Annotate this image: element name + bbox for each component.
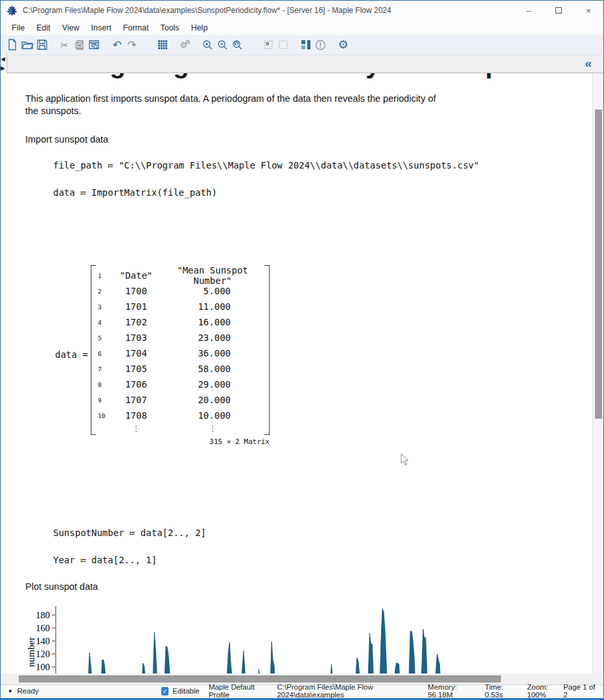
row-index: 7 — [96, 366, 111, 373]
intro-paragraph[interactable]: This application first imports sunspot d… — [25, 93, 440, 117]
zoom-out-button[interactable] — [215, 37, 230, 52]
printer-icon — [74, 40, 85, 50]
svg-text:160: 160 — [36, 623, 50, 633]
table-row: 1"Date""Mean Sunspot Number" — [96, 268, 264, 283]
document-heading-clipped: Investigating the Periodicity of Sunspot… — [25, 73, 589, 80]
paste-window-icon — [89, 40, 100, 50]
collapse-palette-button[interactable]: « — [585, 56, 592, 71]
matrix-output: data = 1"Date""Mean Sunspot Number" 2170… — [55, 265, 288, 453]
svg-text:100: 100 — [36, 662, 50, 672]
cell-date: 1702 — [111, 317, 161, 327]
table-row: 7170558.000 — [96, 361, 264, 377]
maximize-icon — [555, 7, 562, 14]
section-plot-label[interactable]: Plot sunspot data — [25, 581, 98, 592]
close-icon: × — [586, 6, 591, 16]
code-import-matrix[interactable]: data ≔ ImportMatrix(file_path) — [53, 187, 217, 198]
menu-tools[interactable]: Tools — [154, 22, 185, 34]
matrix-left-bracket — [91, 265, 96, 435]
settings-button[interactable]: ⚙ — [336, 37, 351, 52]
save-button[interactable] — [34, 37, 49, 52]
status-items: ✓ Editable Maple Default Profile C:\Prog… — [161, 683, 563, 699]
cell-value: 5.000 — [161, 286, 264, 296]
code-file-path[interactable]: file_path ≔ "C:\\Program Files\\Maple Fl… — [53, 160, 479, 170]
print-button[interactable] — [72, 37, 87, 52]
menu-insert[interactable]: Insert — [86, 22, 117, 34]
titlebar: C:\Program Files\Maple Flow 2024\data\ex… — [1, 1, 603, 20]
expand-right-arrow-icon[interactable]: ▶ — [1, 65, 5, 71]
menu-format[interactable]: Format — [117, 22, 155, 34]
grid-icon — [157, 40, 168, 50]
cut-button[interactable]: ✂ — [57, 37, 72, 52]
sunspot-plot[interactable]: 100120140160180number — [1, 603, 592, 673]
close-button[interactable]: × — [574, 1, 603, 20]
undo-icon: ↶ — [112, 40, 121, 51]
code-sunspot-number[interactable]: SunspotNumber ≔ data[2.., 2] — [53, 528, 206, 538]
worksheet-canvas[interactable]: Investigating the Periodicity of Sunspot… — [1, 73, 594, 673]
zoom-reset-button[interactable] — [230, 37, 245, 52]
cell-date: 1707 — [111, 395, 161, 405]
vertical-scrollbar[interactable] — [592, 73, 603, 673]
new-file-button[interactable] — [5, 37, 19, 52]
maximize-button[interactable] — [544, 1, 574, 20]
region-paste-icon — [278, 40, 288, 50]
zoom-out-icon — [217, 40, 228, 51]
menu-help[interactable]: Help — [185, 22, 214, 34]
palettes-icon — [301, 40, 311, 50]
cell-date: 1700 — [111, 286, 161, 296]
cell-value: 29.000 — [161, 379, 264, 390]
gears-small-icon: ⚙ — [185, 40, 191, 45]
ready-status: ● Ready — [8, 687, 161, 695]
table-row: 3170111.000 — [96, 299, 264, 314]
redo-button[interactable]: ↷ — [124, 37, 139, 52]
palettes-button[interactable] — [298, 37, 313, 52]
cell-value: 58.000 — [161, 364, 264, 374]
cell-value: 16.000 — [161, 317, 264, 327]
vertical-scrollbar-thumb[interactable] — [595, 110, 602, 419]
undo-button[interactable]: ↶ — [110, 37, 124, 52]
horizontal-scrollbar-thumb[interactable] — [19, 675, 501, 682]
code-year[interactable]: Year ≔ data[2.., 1] — [53, 555, 157, 565]
collapse-left-arrow-icon[interactable]: ◀ — [1, 56, 5, 62]
zoom-in-button[interactable] — [200, 37, 215, 52]
section-import-label[interactable]: Import sunspot data — [25, 134, 108, 145]
cell-date: 1705 — [111, 364, 161, 374]
page-indicator: Page 1 of 2 — [563, 683, 597, 699]
cell-date: "Date" — [111, 270, 161, 281]
svg-text:number: number — [26, 637, 36, 667]
row-index: 10 — [96, 412, 111, 419]
window-controls: – × — [514, 1, 603, 20]
table-row: 9170720.000 — [96, 392, 264, 408]
row-index: 5 — [96, 334, 111, 342]
maple-leaf-app-icon — [6, 5, 17, 16]
table-row: 4170216.000 — [96, 314, 264, 330]
open-file-button[interactable] — [19, 37, 34, 52]
editable-checkbox[interactable]: ✓ — [161, 687, 168, 695]
row-index: 6 — [96, 350, 111, 357]
menu-view[interactable]: View — [56, 22, 86, 34]
menu-edit[interactable]: Edit — [30, 22, 56, 34]
table-row: 8170629.000 — [96, 377, 264, 392]
matrix-body: 1"Date""Mean Sunspot Number" 217005.000 … — [91, 265, 270, 435]
table-row: 5170323.000 — [96, 330, 264, 345]
region-select-button[interactable] — [261, 37, 275, 52]
table-row: 217005.000 — [96, 283, 264, 299]
row-index: 3 — [96, 303, 111, 310]
minimize-button[interactable]: – — [514, 1, 544, 20]
cell-date: 1704 — [111, 348, 161, 358]
matrix-size-caption: 315 × 2 Matrix — [172, 438, 270, 446]
region-paste-button[interactable] — [275, 37, 290, 52]
window-title: C:\Program Files\Maple Flow 2024\data\ex… — [23, 6, 391, 15]
evaluate-button[interactable]: ⚙⚙ — [178, 37, 192, 52]
new-file-icon — [7, 39, 17, 51]
grid-toggle-button[interactable] — [155, 37, 170, 52]
row-index: 1 — [96, 272, 111, 279]
memory-label: Memory: 56.18M — [428, 683, 476, 699]
menu-file[interactable]: File — [6, 22, 30, 34]
row-index: 8 — [96, 381, 111, 388]
matrix-rows: 1"Date""Mean Sunspot Number" 217005.000 … — [96, 265, 264, 435]
vertical-ellipsis-icon: ⋮ — [111, 425, 161, 433]
page-title: Investigating the Periodicity of Sunspot… — [25, 73, 589, 79]
paste-button[interactable] — [87, 37, 102, 52]
cell-value: "Mean Sunspot Number" — [161, 265, 264, 286]
interrupt-button[interactable] — [313, 37, 328, 52]
